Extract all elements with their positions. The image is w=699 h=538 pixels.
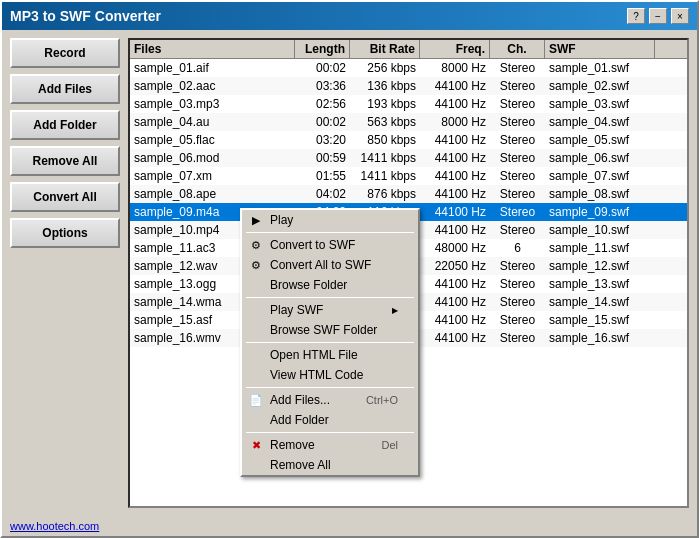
cell-swf: sample_02.swf <box>545 79 655 93</box>
view-html-code-label: View HTML Code <box>270 368 363 382</box>
cell-freq: 44100 Hz <box>420 295 490 309</box>
cell-ch: Stereo <box>490 259 545 273</box>
remove-all-button[interactable]: Remove All <box>10 146 120 176</box>
play-label: Play <box>270 213 293 227</box>
cell-swf: sample_14.swf <box>545 295 655 309</box>
convert-all-to-swf-icon: ⚙ <box>248 257 264 273</box>
cell-bitrate: 1411 kbps <box>350 151 420 165</box>
table-row[interactable]: sample_03.mp302:56193 kbps44100 HzStereo… <box>130 95 687 113</box>
cell-ch: Stereo <box>490 187 545 201</box>
cell-files: sample_06.mod <box>130 151 295 165</box>
minimize-button[interactable]: − <box>649 8 667 24</box>
cell-freq: 44100 Hz <box>420 79 490 93</box>
window-title: MP3 to SWF Converter <box>10 8 161 24</box>
cell-ch: Stereo <box>490 79 545 93</box>
menu-item-convert-to-swf[interactable]: ⚙Convert to SWF <box>242 235 418 255</box>
main-area: FilesLengthBit RateFreq.Ch.SWF sample_01… <box>128 38 689 508</box>
menu-item-browse-swf-folder[interactable]: Browse SWF Folder <box>242 320 418 340</box>
menu-item-browse-folder[interactable]: Browse Folder <box>242 275 418 295</box>
add-folder-label: Add Folder <box>270 413 329 427</box>
col-header-files: Files <box>130 40 295 58</box>
add-files-shortcut: Ctrl+O <box>366 394 398 406</box>
cell-freq: 44100 Hz <box>420 277 490 291</box>
convert-to-swf-label: Convert to SWF <box>270 238 355 252</box>
options-button[interactable]: Options <box>10 218 120 248</box>
main-window: MP3 to SWF Converter ? − × RecordAdd Fil… <box>0 0 699 538</box>
cell-swf: sample_07.swf <box>545 169 655 183</box>
cell-bitrate: 136 kbps <box>350 79 420 93</box>
cell-swf: sample_15.swf <box>545 313 655 327</box>
table-header: FilesLengthBit RateFreq.Ch.SWF <box>130 40 687 59</box>
remove-icon: ✖ <box>248 437 264 453</box>
open-html-label: Open HTML File <box>270 348 358 362</box>
cell-freq: 44100 Hz <box>420 313 490 327</box>
play-swf-label: Play SWF <box>270 303 323 317</box>
cell-ch: Stereo <box>490 205 545 219</box>
cell-files: sample_05.flac <box>130 133 295 147</box>
content-area: RecordAdd FilesAdd FolderRemove AllConve… <box>2 30 697 516</box>
cell-files: sample_01.aif <box>130 61 295 75</box>
cell-ch: Stereo <box>490 97 545 111</box>
website-link[interactable]: www.hootech.com <box>10 520 99 532</box>
menu-item-add-files[interactable]: 📄Add Files...Ctrl+O <box>242 390 418 410</box>
cell-bitrate: 193 kbps <box>350 97 420 111</box>
add-files-icon: 📄 <box>248 392 264 408</box>
remove-all-label: Remove All <box>270 458 331 472</box>
cell-freq: 44100 Hz <box>420 151 490 165</box>
cell-freq: 48000 Hz <box>420 241 490 255</box>
cell-ch: 6 <box>490 241 545 255</box>
cell-freq: 22050 Hz <box>420 259 490 273</box>
col-header-freq: Freq. <box>420 40 490 58</box>
menu-item-view-html-code[interactable]: View HTML Code <box>242 365 418 385</box>
cell-ch: Stereo <box>490 115 545 129</box>
browse-swf-folder-label: Browse SWF Folder <box>270 323 377 337</box>
cell-files: sample_07.xm <box>130 169 295 183</box>
add-folder-button[interactable]: Add Folder <box>10 110 120 140</box>
table-row[interactable]: sample_06.mod00:591411 kbps44100 HzStere… <box>130 149 687 167</box>
convert-to-swf-icon: ⚙ <box>248 237 264 253</box>
table-row[interactable]: sample_08.ape04:02876 kbps44100 HzStereo… <box>130 185 687 203</box>
footer[interactable]: www.hootech.com <box>2 516 697 536</box>
cell-ch: Stereo <box>490 61 545 75</box>
table-row[interactable]: sample_02.aac03:36136 kbps44100 HzStereo… <box>130 77 687 95</box>
remove-label: Remove <box>270 438 315 452</box>
menu-item-remove[interactable]: ✖RemoveDel <box>242 435 418 455</box>
title-bar-controls: ? − × <box>627 8 689 24</box>
cell-swf: sample_05.swf <box>545 133 655 147</box>
table-row[interactable]: sample_05.flac03:20850 kbps44100 HzStere… <box>130 131 687 149</box>
table-row[interactable]: sample_01.aif00:02256 kbps8000 HzStereos… <box>130 59 687 77</box>
col-header-length: Length <box>295 40 350 58</box>
cell-swf: sample_03.swf <box>545 97 655 111</box>
table-row[interactable]: sample_07.xm01:551411 kbps44100 HzStereo… <box>130 167 687 185</box>
menu-item-play-swf[interactable]: Play SWF <box>242 300 418 320</box>
menu-item-convert-all-to-swf[interactable]: ⚙Convert All to SWF <box>242 255 418 275</box>
cell-swf: sample_06.swf <box>545 151 655 165</box>
cell-ch: Stereo <box>490 331 545 345</box>
close-button[interactable]: × <box>671 8 689 24</box>
table-row[interactable]: sample_04.au00:02563 kbps8000 HzStereosa… <box>130 113 687 131</box>
cell-swf: sample_13.swf <box>545 277 655 291</box>
cell-swf: sample_16.swf <box>545 331 655 345</box>
sidebar: RecordAdd FilesAdd FolderRemove AllConve… <box>10 38 120 508</box>
cell-length: 01:55 <box>295 169 350 183</box>
cell-swf: sample_01.swf <box>545 61 655 75</box>
help-button[interactable]: ? <box>627 8 645 24</box>
menu-item-remove-all[interactable]: Remove All <box>242 455 418 475</box>
cell-freq: 44100 Hz <box>420 205 490 219</box>
cell-swf: sample_08.swf <box>545 187 655 201</box>
add-files-label: Add Files... <box>270 393 330 407</box>
menu-item-play[interactable]: ▶Play <box>242 210 418 230</box>
cell-freq: 44100 Hz <box>420 97 490 111</box>
cell-freq: 8000 Hz <box>420 61 490 75</box>
cell-files: sample_03.mp3 <box>130 97 295 111</box>
cell-length: 00:59 <box>295 151 350 165</box>
convert-all-button[interactable]: Convert All <box>10 182 120 212</box>
menu-item-open-html[interactable]: Open HTML File <box>242 345 418 365</box>
cell-ch: Stereo <box>490 169 545 183</box>
cell-length: 03:20 <box>295 133 350 147</box>
add-files-button[interactable]: Add Files <box>10 74 120 104</box>
record-button[interactable]: Record <box>10 38 120 68</box>
cell-freq: 44100 Hz <box>420 187 490 201</box>
menu-item-add-folder[interactable]: Add Folder <box>242 410 418 430</box>
cell-freq: 44100 Hz <box>420 223 490 237</box>
